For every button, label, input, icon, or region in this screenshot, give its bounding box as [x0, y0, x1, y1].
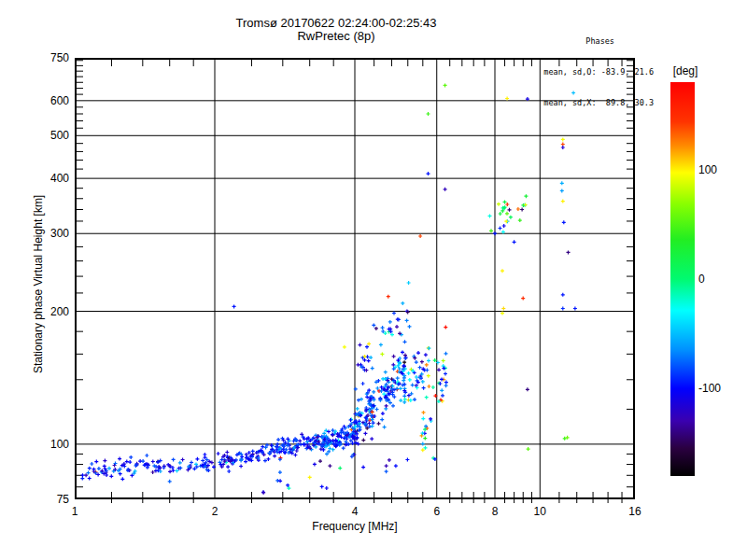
echo-point [342, 446, 345, 450]
echo-point [571, 91, 575, 95]
echo-point [370, 437, 374, 441]
echo-point [308, 475, 312, 479]
colorbar-unit-label: [deg] [663, 64, 708, 77]
echo-point [103, 459, 106, 463]
echo-point [409, 399, 413, 402]
echo-point [407, 371, 411, 375]
echo-point [499, 227, 502, 231]
echo-point [361, 439, 365, 442]
phase-stats-title: Phases [504, 36, 654, 47]
echo-point [379, 343, 383, 346]
echo-point [497, 203, 500, 206]
echo-point [361, 466, 365, 469]
echo-point [87, 471, 91, 475]
echo-point [421, 448, 425, 452]
echo-point [90, 462, 93, 466]
echo-point [356, 407, 359, 411]
echo-point [388, 320, 392, 324]
echo-point [141, 459, 145, 463]
echo-point [320, 484, 324, 488]
echo-point [561, 307, 565, 311]
echo-point [402, 394, 406, 398]
echo-point [518, 218, 522, 222]
echo-point [524, 203, 528, 207]
echo-point [442, 359, 445, 363]
echo-point [394, 464, 398, 468]
echo-point [325, 452, 329, 455]
echo-point [424, 353, 428, 357]
echo-point [421, 442, 425, 446]
echo-point [427, 359, 430, 363]
echo-point [521, 297, 525, 301]
echo-point [444, 372, 447, 376]
echo-point [440, 377, 444, 381]
echo-point [372, 323, 375, 327]
echo-point [385, 464, 388, 468]
echo-point [225, 451, 229, 455]
x-tick-label: 4 [352, 506, 359, 517]
echo-point [244, 460, 247, 464]
echo-point [385, 469, 388, 473]
echo-point [168, 480, 172, 483]
y-axis-title: Stationary phase Virtual Height [km] [32, 195, 45, 373]
echo-point [444, 384, 448, 387]
echo-point [440, 388, 444, 392]
echo-point [261, 445, 264, 449]
echo-point [408, 378, 412, 382]
echo-point [190, 461, 193, 465]
echo-point [395, 325, 399, 329]
echo-point [505, 212, 509, 216]
echo-point [325, 486, 329, 490]
x-tick-label: 1 [72, 506, 78, 517]
echo-point [444, 326, 447, 329]
echo-point [505, 203, 509, 206]
echo-point [499, 212, 502, 216]
echo-point [509, 216, 513, 219]
x-tick-label: 2 [212, 506, 218, 517]
echo-point [251, 449, 255, 453]
echo-point [411, 384, 415, 387]
echo-point [384, 331, 388, 335]
echo-point [318, 459, 322, 463]
colorbar-tick-label: 0 [698, 273, 740, 286]
echo-point [343, 345, 346, 349]
echo-point [328, 464, 331, 468]
echo-point [381, 412, 385, 415]
echo-point [396, 376, 400, 380]
echo-point [145, 454, 148, 457]
echo-point [130, 473, 134, 477]
echo-point [422, 386, 426, 390]
echo-point [408, 325, 412, 329]
echo-point [118, 457, 121, 461]
colorbar-tick-label: 100 [698, 164, 740, 176]
echo-point [109, 474, 113, 478]
echo-point [508, 208, 512, 212]
x-tick-label: 10 [534, 506, 546, 517]
echo-point [524, 194, 528, 198]
echo-point [407, 281, 411, 285]
y-tick-label: 100 [26, 439, 69, 450]
echo-point [503, 200, 507, 203]
echo-point [88, 467, 92, 470]
echo-point [560, 181, 564, 185]
echo-point [375, 408, 379, 412]
echo-point [384, 371, 388, 374]
echo-point [415, 375, 418, 379]
echo-point [369, 356, 373, 359]
echo-point [278, 479, 282, 483]
echo-point [444, 188, 447, 191]
echo-point [367, 422, 371, 426]
echo-point [561, 137, 565, 141]
echo-point [97, 467, 101, 470]
echo-point [380, 352, 384, 356]
echo-point [527, 447, 530, 451]
echo-point [380, 418, 384, 422]
echo-point [192, 467, 196, 470]
echo-point [421, 417, 425, 421]
echo-point [359, 343, 362, 347]
echo-point [338, 467, 342, 470]
echo-point [424, 446, 428, 450]
echo-point [418, 366, 422, 370]
echo-point [402, 360, 406, 364]
echo-point [349, 417, 353, 421]
